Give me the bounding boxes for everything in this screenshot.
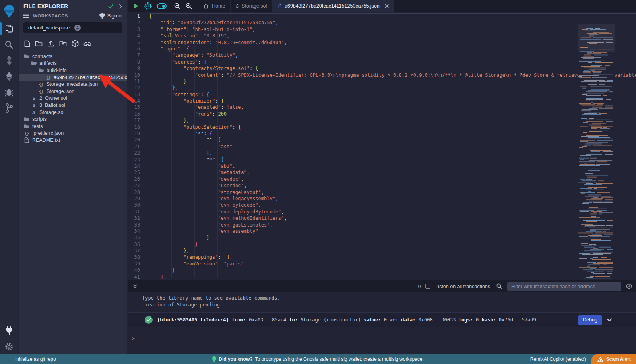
file-tree: contractsartifactsbuild-info{}a69b43f277… bbox=[19, 53, 127, 144]
code-line[interactable]: 21 "ast" bbox=[128, 143, 636, 150]
sign-in-button[interactable]: Sign in bbox=[99, 13, 122, 19]
code-line[interactable]: 36 } bbox=[128, 241, 636, 248]
workspace-select[interactable]: default_workspace bbox=[23, 22, 122, 33]
code-line[interactable]: 22 ], bbox=[128, 150, 636, 156]
transaction-log-row[interactable]: [block:5583405 txIndex:4] from: 0xa03...… bbox=[128, 312, 636, 327]
collapse-terminal-icon[interactable] bbox=[132, 284, 138, 289]
code-line[interactable]: 9 "contracts/Storage.sol": { bbox=[128, 65, 636, 72]
line-text: "id": "a69b43f277ba20fcac141151250ca755"… bbox=[149, 19, 636, 26]
code-line[interactable]: 32 "evm.methodIdentifiers", bbox=[128, 215, 636, 221]
zoom-out-icon[interactable] bbox=[174, 3, 180, 9]
code-line[interactable]: 7 "language": "Solidity", bbox=[128, 52, 636, 58]
code-line[interactable]: 29 "evm.legacyAssembly", bbox=[128, 196, 636, 202]
code-line[interactable]: 39 "evmVersion": "paris" bbox=[128, 261, 636, 267]
scam-alert-badge[interactable]: Scam Alert bbox=[591, 354, 636, 364]
line-text: "evm.bytecode", bbox=[149, 202, 636, 208]
minimap[interactable] bbox=[578, 24, 615, 280]
code-line[interactable]: 35 ] bbox=[128, 234, 636, 241]
code-line[interactable]: 12 }, bbox=[128, 85, 636, 91]
tree-item-storage-metadata-json[interactable]: {}Storage_metadata.json bbox=[19, 81, 127, 88]
file-explorer-icon[interactable] bbox=[0, 21, 18, 37]
code-line[interactable]: 3 "_format": "hh-sol-build-info-1", bbox=[128, 26, 636, 33]
line-text: "metadata", bbox=[149, 169, 636, 176]
upload-file-icon[interactable] bbox=[47, 40, 54, 49]
debug-button[interactable]: Debug bbox=[578, 315, 602, 325]
code-line[interactable]: 25 "metadata", bbox=[128, 169, 636, 176]
code-line[interactable]: 8 "sources": { bbox=[128, 59, 636, 65]
zoom-in-icon[interactable] bbox=[186, 3, 192, 9]
code-editor[interactable]: 1{2 "id": "a69b43f277ba20fcac141151250ca… bbox=[128, 12, 636, 280]
code-line[interactable]: 10 "content": "// SPDX-License-Identifie… bbox=[128, 72, 636, 78]
code-line[interactable]: 16 "runs": 200 bbox=[128, 111, 636, 117]
code-line[interactable]: 28 "storageLayout", bbox=[128, 189, 636, 196]
code-line[interactable]: 4 "solcVersion": "0.8.19", bbox=[128, 33, 636, 39]
tree-item-build-info[interactable]: build-info bbox=[19, 67, 127, 74]
line-number: 23 bbox=[128, 157, 149, 163]
code-line[interactable]: 41 }, bbox=[128, 274, 636, 280]
deploy-run-icon[interactable] bbox=[0, 68, 18, 84]
code-line[interactable]: 1{ bbox=[128, 13, 636, 19]
new-file-icon[interactable] bbox=[24, 40, 30, 49]
tree-item-2-owner-sol[interactable]: S2_Owner.sol bbox=[19, 95, 127, 102]
code-line[interactable]: 38 "remappings": [], bbox=[128, 254, 636, 260]
git-icon[interactable] bbox=[0, 100, 18, 116]
run-script-icon[interactable] bbox=[133, 3, 139, 9]
clear-filter-icon[interactable] bbox=[626, 283, 632, 289]
code-line[interactable]: 18 "outputSelection": { bbox=[128, 124, 636, 130]
line-number: 12 bbox=[128, 85, 149, 91]
search-icon[interactable] bbox=[0, 37, 18, 52]
code-line[interactable]: 31 "evm.deployedBytecode", bbox=[128, 209, 636, 215]
code-line[interactable]: 17 }, bbox=[128, 117, 636, 124]
plugin-manager-icon[interactable] bbox=[0, 323, 18, 339]
solidity-compiler-icon[interactable] bbox=[0, 52, 18, 68]
code-line[interactable]: 40 } bbox=[128, 267, 636, 273]
code-line[interactable]: 37 }, bbox=[128, 248, 636, 254]
remix-logo-icon[interactable] bbox=[0, 2, 18, 21]
code-line[interactable]: 24 "abi", bbox=[128, 163, 636, 169]
tree-item-readme-txt[interactable]: README.txt bbox=[19, 137, 127, 144]
code-line[interactable]: 19 "*": { bbox=[128, 130, 636, 137]
tree-item--prettierrc-json[interactable]: {}.prettierrc.json bbox=[19, 130, 127, 137]
code-line[interactable]: 14 "optimizer": { bbox=[128, 98, 636, 104]
remix-ai-robot-icon[interactable] bbox=[144, 2, 152, 10]
code-line[interactable]: 5 "solcLongVersion": "0.8.19+commit.7dd6… bbox=[128, 39, 636, 46]
link-icon[interactable] bbox=[83, 41, 91, 48]
tree-item-scripts[interactable]: scripts bbox=[19, 116, 127, 123]
hamburger-menu-icon[interactable] bbox=[23, 14, 29, 18]
chevron-right-icon[interactable] bbox=[119, 4, 122, 9]
tree-item-artifacts[interactable]: artifacts bbox=[19, 60, 127, 67]
code-line[interactable]: 30 "evm.bytecode", bbox=[128, 202, 636, 208]
tree-item-contracts[interactable]: contracts bbox=[19, 53, 127, 60]
code-line[interactable]: 13 "settings": { bbox=[128, 91, 636, 98]
code-line[interactable]: 34 "evm.assembly" bbox=[128, 228, 636, 234]
terminal-prompt[interactable]: > bbox=[132, 335, 135, 341]
code-line[interactable]: 6 "input": { bbox=[128, 46, 636, 52]
code-line[interactable]: 23 "*": [ bbox=[128, 157, 636, 163]
settings-icon[interactable] bbox=[0, 339, 18, 354]
code-line[interactable]: 15 "enabled": false, bbox=[128, 104, 636, 110]
tree-item-storage-sol[interactable]: SStorage.sol bbox=[19, 109, 127, 116]
code-line[interactable]: 11 } bbox=[128, 78, 636, 85]
code-line[interactable]: 2 "id": "a69b43f277ba20fcac141151250ca75… bbox=[128, 19, 636, 26]
code-line[interactable]: 27 "userdoc", bbox=[128, 182, 636, 189]
tx-filter-input[interactable] bbox=[507, 282, 621, 291]
upload-folder-icon[interactable] bbox=[59, 40, 67, 48]
code-line[interactable]: 20 "": [ bbox=[128, 137, 636, 143]
workspace-box-icon[interactable] bbox=[72, 40, 79, 49]
tab-storage-sol[interactable]: SStorage.sol bbox=[231, 0, 272, 12]
listen-all-checkbox[interactable] bbox=[425, 284, 430, 289]
code-line[interactable]: 33 "evm.gasEstimates", bbox=[128, 222, 636, 228]
new-folder-icon[interactable] bbox=[35, 41, 43, 48]
ai-copilot-toggle-icon[interactable] bbox=[157, 3, 167, 9]
expand-tx-chevron-icon[interactable] bbox=[607, 318, 612, 322]
tab-a69b43f277ba20fcac141151250ca755-json[interactable]: {}a69b43f277ba20fcac141151250ca755.json bbox=[272, 0, 394, 12]
tree-item-a69b43f277ba20fcac141151250ca7-[interactable]: {}a69b43f277ba20fcac141151250ca7... bbox=[19, 74, 127, 81]
tree-item-storage-json[interactable]: {}Storage.json bbox=[19, 88, 127, 95]
tree-item-3-ballot-sol[interactable]: S3_Ballot.sol bbox=[19, 102, 127, 109]
tab-home[interactable]: Home bbox=[198, 0, 231, 12]
close-icon[interactable] bbox=[385, 4, 389, 8]
code-line[interactable]: 26 "devdoc", bbox=[128, 176, 636, 182]
tree-item-tests[interactable]: tests bbox=[19, 123, 127, 130]
terminal[interactable]: Type the library name to see available c… bbox=[128, 292, 636, 354]
debugger-icon[interactable] bbox=[0, 84, 18, 100]
